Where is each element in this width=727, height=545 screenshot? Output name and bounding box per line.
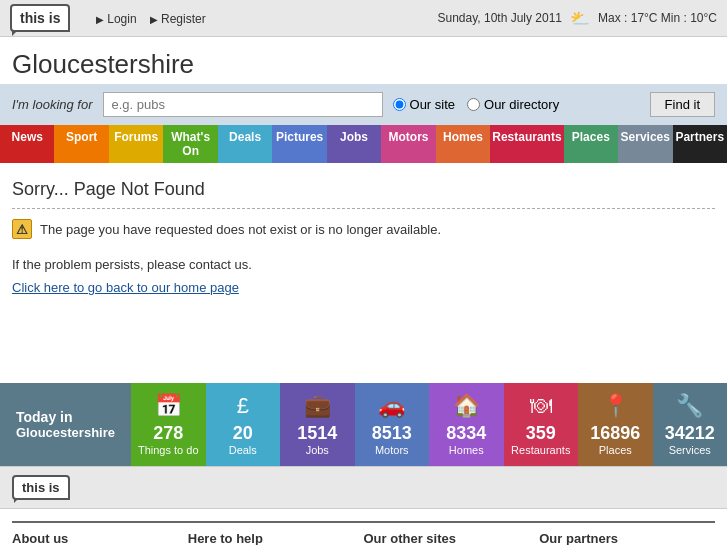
- stats-item-motors[interactable]: 🚗 8513 Motors: [355, 383, 430, 466]
- stats-icon: 🚗: [378, 393, 405, 419]
- stats-icon: 🏠: [453, 393, 480, 419]
- footer-col-here-to-help: Here to help: [188, 521, 364, 545]
- footer-col-title: Our other sites: [364, 531, 540, 545]
- stats-name: Motors: [375, 444, 409, 456]
- home-link[interactable]: Click here to go back to our home page: [12, 280, 239, 295]
- nav-item-pictures[interactable]: Pictures: [272, 125, 326, 163]
- find-button[interactable]: Find it: [650, 92, 715, 117]
- stats-name: Places: [599, 444, 632, 456]
- stats-count: 34212: [665, 423, 715, 444]
- page-title: Gloucestershire: [12, 49, 715, 80]
- nav-item-homes[interactable]: Homes: [436, 125, 490, 163]
- error-links: If the problem persists, please contact …: [12, 253, 715, 300]
- stats-icon: 🔧: [676, 393, 703, 419]
- footer-col-title: Here to help: [188, 531, 364, 545]
- nav-bar: NewsSportForumsWhat's OnDealsPicturesJob…: [0, 125, 727, 163]
- content-area: Sorry... Page Not Found ⚠ The page you h…: [0, 163, 727, 363]
- stats-item-homes[interactable]: 🏠 8334 Homes: [429, 383, 504, 466]
- radio-group: Our site Our directory: [393, 97, 560, 112]
- stats-icon: 📍: [602, 393, 629, 419]
- nav-item-sport[interactable]: Sport: [54, 125, 108, 163]
- footer-col-title: Our partners: [539, 531, 715, 545]
- weather-text: Max : 17°C Min : 10°C: [598, 11, 717, 25]
- nav-item-places[interactable]: Places: [564, 125, 618, 163]
- nav-item-restaurants[interactable]: Restaurants: [490, 125, 563, 163]
- radio-our-directory[interactable]: Our directory: [467, 97, 559, 112]
- stats-count: 16896: [590, 423, 640, 444]
- warning-icon: ⚠: [12, 219, 32, 239]
- page-title-area: Gloucestershire: [0, 37, 727, 84]
- stats-item-things-to-do[interactable]: 📅 278 Things to do: [131, 383, 206, 466]
- footer-col-our-partners: Our partners: [539, 521, 715, 545]
- stats-icon: 💼: [304, 393, 331, 419]
- stats-item-places[interactable]: 📍 16896 Places: [578, 383, 653, 466]
- search-label: I'm looking for: [12, 97, 93, 112]
- stats-count: 8334: [446, 423, 486, 444]
- stats-name: Things to do: [138, 444, 199, 456]
- stats-items: 📅 278 Things to do £ 20 Deals 💼 1514 Job…: [131, 383, 727, 466]
- error-title: Sorry... Page Not Found: [12, 179, 715, 209]
- stats-icon: 🍽: [530, 393, 552, 419]
- search-input[interactable]: [103, 92, 383, 117]
- footer-logo[interactable]: this is: [12, 475, 70, 500]
- footer-col-about-us: About us: [12, 521, 188, 545]
- footer-col-our-other-sites: Our other sites: [364, 521, 540, 545]
- stats-bar: Today in Gloucestershire 📅 278 Things to…: [0, 383, 727, 466]
- stats-item-jobs[interactable]: 💼 1514 Jobs: [280, 383, 355, 466]
- footer-logo-area: this is: [0, 466, 727, 509]
- nav-item-forums[interactable]: Forums: [109, 125, 163, 163]
- stats-icon: £: [237, 393, 249, 419]
- stats-count: 359: [526, 423, 556, 444]
- stats-label: Today in Gloucestershire: [0, 383, 131, 466]
- stats-name: Deals: [229, 444, 257, 456]
- nav-item-services[interactable]: Services: [618, 125, 672, 163]
- header-nav: Login Register: [86, 11, 205, 26]
- stats-count: 1514: [297, 423, 337, 444]
- logo-text: this is: [20, 10, 60, 26]
- stats-icon: 📅: [155, 393, 182, 419]
- stats-name: Jobs: [306, 444, 329, 456]
- stats-item-restaurants[interactable]: 🍽 359 Restaurants: [504, 383, 579, 466]
- nav-item-what's-on[interactable]: What's On: [163, 125, 217, 163]
- error-warning: ⚠ The page you have requested does not e…: [12, 219, 715, 239]
- persist-text: If the problem persists, please contact …: [12, 253, 715, 276]
- footer-nav: About usHere to helpOur other sitesOur p…: [0, 509, 727, 545]
- register-link[interactable]: Register: [150, 12, 205, 26]
- stats-item-services[interactable]: 🔧 34212 Services: [653, 383, 728, 466]
- stats-name: Restaurants: [511, 444, 570, 456]
- stats-count: 8513: [372, 423, 412, 444]
- site-header: this is Login Register Sunday, 10th July…: [0, 0, 727, 37]
- nav-item-partners[interactable]: Partners: [673, 125, 727, 163]
- nav-item-motors[interactable]: Motors: [381, 125, 435, 163]
- nav-item-deals[interactable]: Deals: [218, 125, 272, 163]
- stats-name: Homes: [449, 444, 484, 456]
- footer-logo-text: this is: [22, 480, 60, 495]
- stats-count: 278: [153, 423, 183, 444]
- stats-name: Services: [669, 444, 711, 456]
- site-logo[interactable]: this is: [10, 4, 70, 32]
- stats-item-deals[interactable]: £ 20 Deals: [206, 383, 281, 466]
- login-link[interactable]: Login: [96, 12, 136, 26]
- radio-our-site[interactable]: Our site: [393, 97, 456, 112]
- weather-icon: ⛅: [570, 9, 590, 28]
- date-text: Sunday, 10th July 2011: [437, 11, 562, 25]
- footer-col-title: About us: [12, 531, 188, 545]
- header-right: Sunday, 10th July 2011 ⛅ Max : 17°C Min …: [437, 9, 717, 28]
- error-message: The page you have requested does not exi…: [40, 222, 441, 237]
- search-bar: I'm looking for Our site Our directory F…: [0, 84, 727, 125]
- stats-count: 20: [233, 423, 253, 444]
- nav-item-jobs[interactable]: Jobs: [327, 125, 381, 163]
- nav-item-news[interactable]: News: [0, 125, 54, 163]
